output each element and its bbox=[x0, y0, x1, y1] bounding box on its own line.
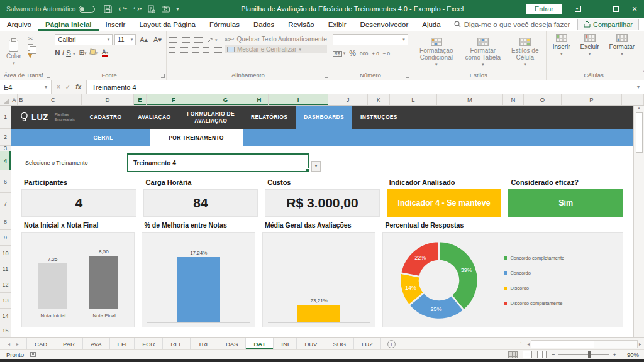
format-as-table-button[interactable]: Formatar como Tabela▾ bbox=[462, 34, 504, 71]
row-header-14[interactable]: 14 bbox=[0, 309, 11, 324]
row-header-4[interactable]: 4 bbox=[0, 151, 11, 170]
horizontal-scroll-thumb[interactable] bbox=[531, 341, 594, 348]
new-sheet-icon[interactable]: + bbox=[387, 340, 396, 348]
menu-tab-formulas[interactable]: Fórmulas bbox=[203, 18, 247, 31]
tell-me-search[interactable]: Diga-me o que você deseja fazer bbox=[454, 21, 570, 28]
shrink-font-icon[interactable]: A▾ bbox=[152, 36, 164, 44]
customize-qat-icon[interactable]: ▾ bbox=[176, 6, 179, 12]
zoom-in-icon[interactable]: + bbox=[613, 351, 616, 358]
underline-button[interactable]: S bbox=[66, 49, 71, 57]
row-header-8[interactable]: 8 bbox=[0, 214, 11, 230]
sheet-tab-dat[interactable]: DAT bbox=[246, 338, 274, 349]
column-header-i[interactable]: I bbox=[269, 94, 328, 105]
align-left-icon[interactable] bbox=[169, 47, 175, 53]
menu-tab-ajuda[interactable]: Ajuda bbox=[415, 18, 447, 31]
percent-style-icon[interactable]: % bbox=[349, 49, 356, 58]
page-layout-view-icon[interactable] bbox=[523, 351, 532, 358]
nav-tab-instrucoes[interactable]: INSTRUÇÕES bbox=[352, 106, 406, 129]
restore-icon[interactable] bbox=[606, 0, 625, 18]
copy-icon[interactable] bbox=[28, 44, 33, 51]
grow-font-icon[interactable]: A▴ bbox=[138, 36, 150, 44]
name-box-caret-icon[interactable]: ▾ bbox=[45, 84, 47, 90]
align-middle-icon[interactable] bbox=[182, 37, 190, 43]
column-header-n[interactable]: N bbox=[503, 94, 524, 105]
insert-cells-button[interactable]: Inserir▾ bbox=[549, 34, 574, 71]
menu-tab-exibir[interactable]: Exibir bbox=[321, 18, 353, 31]
row-header-1[interactable]: 1 bbox=[0, 106, 11, 129]
clipboard-dialog-launcher[interactable] bbox=[47, 74, 50, 78]
number-dialog-launcher[interactable] bbox=[406, 74, 409, 78]
alignment-dialog-launcher[interactable] bbox=[325, 74, 328, 78]
menu-tab-pagina-inicial[interactable]: Página Inicial bbox=[38, 18, 99, 31]
column-header-c[interactable]: C bbox=[25, 94, 82, 105]
nav-tab-cadastro[interactable]: CADASTRO bbox=[82, 106, 130, 129]
redo-icon[interactable]: ↪▾ bbox=[133, 4, 142, 13]
column-header-p[interactable]: P bbox=[562, 94, 622, 105]
fill-color-icon[interactable]: ▾ bbox=[90, 49, 98, 56]
row-header-3[interactable]: 3 bbox=[0, 146, 11, 151]
nav-tab-formulario-de-avaliacao[interactable]: FORMULÁRIO DE AVALIAÇÃO bbox=[179, 106, 243, 129]
dropdown-arrow-icon[interactable]: ▾ bbox=[311, 161, 321, 172]
font-color-icon[interactable]: A▾ bbox=[102, 48, 108, 57]
close-icon[interactable]: × bbox=[625, 0, 644, 18]
sheet-tab-tre[interactable]: TRE bbox=[191, 338, 218, 349]
entrar-button[interactable]: Entrar bbox=[526, 4, 562, 14]
nav-tab-avaliacao[interactable]: AVALIAÇÃO bbox=[130, 106, 179, 129]
ribbon-display-options-icon[interactable] bbox=[569, 0, 587, 18]
align-bottom-icon[interactable] bbox=[194, 37, 203, 43]
autosave-control[interactable]: Salvamento Automático bbox=[6, 5, 95, 13]
column-header-l[interactable]: L bbox=[390, 94, 437, 105]
autosave-toggle-off[interactable] bbox=[79, 6, 95, 13]
borders-icon[interactable]: ⊞▾ bbox=[79, 49, 87, 56]
row-header-10[interactable]: 10 bbox=[0, 246, 11, 261]
decrease-indent-icon[interactable] bbox=[203, 47, 209, 53]
menu-tab-desenvolvedor[interactable]: Desenvolvedor bbox=[353, 18, 416, 31]
column-header-b[interactable]: B bbox=[18, 94, 25, 105]
merge-center-button[interactable]: Mesclar e Centralizar ▾ bbox=[225, 45, 327, 53]
font-size-select[interactable]: 11▾ bbox=[114, 34, 136, 45]
row-header-7[interactable]: 7 bbox=[0, 193, 11, 214]
column-header-h[interactable]: H bbox=[250, 94, 269, 105]
column-header-g[interactable]: G bbox=[201, 94, 250, 105]
cancel-formula-icon[interactable]: × bbox=[57, 84, 60, 90]
conditional-formatting-button[interactable]: Formatação Condicional▾ bbox=[414, 34, 459, 71]
sub-tab-geral[interactable]: GERAL bbox=[57, 129, 150, 146]
accounting-format-icon[interactable]: R$ bbox=[333, 51, 342, 57]
page-break-view-icon[interactable] bbox=[537, 351, 547, 358]
training-selector-cell[interactable]: Treinamento 4 bbox=[127, 153, 309, 172]
vertical-scroll-thumb[interactable] bbox=[636, 112, 643, 153]
orientation-icon[interactable]: ▾ bbox=[207, 36, 218, 43]
column-header-k[interactable]: K bbox=[368, 94, 390, 105]
name-box[interactable]: E4 ▾ bbox=[0, 80, 52, 94]
format-cells-button[interactable]: Formatar▾ bbox=[606, 34, 639, 71]
align-right-icon[interactable] bbox=[192, 47, 199, 53]
increase-indent-icon[interactable] bbox=[214, 47, 222, 53]
enter-formula-icon[interactable]: ✓ bbox=[65, 84, 70, 90]
column-header-m[interactable]: M bbox=[437, 94, 503, 105]
sheet-tab-duv[interactable]: DUV bbox=[297, 338, 325, 349]
column-header-j[interactable]: J bbox=[328, 94, 368, 105]
sheet-prev-icon[interactable]: ◂ bbox=[8, 341, 10, 347]
zoom-handle[interactable] bbox=[588, 351, 591, 358]
zoom-slider[interactable]: − + bbox=[552, 351, 616, 358]
horizontal-scrollbar[interactable]: ⋮ ◂ ▸ bbox=[518, 338, 644, 349]
menu-tab-inserir[interactable]: Inserir bbox=[99, 18, 133, 31]
font-dialog-launcher[interactable] bbox=[161, 74, 165, 78]
camera-icon[interactable] bbox=[162, 6, 170, 13]
sheet-tab-for[interactable]: FOR bbox=[135, 338, 163, 349]
row-header-12[interactable]: 12 bbox=[0, 277, 11, 293]
vertical-scrollbar[interactable]: ▴ bbox=[633, 106, 644, 337]
decrease-decimal-icon[interactable]: −.0 bbox=[383, 51, 390, 57]
column-header-f[interactable]: F bbox=[147, 94, 201, 105]
sheet-tab-luz[interactable]: LUZ bbox=[354, 338, 381, 349]
save-icon[interactable] bbox=[104, 5, 112, 13]
number-format-select[interactable]: ▾ bbox=[333, 34, 408, 45]
row-header-9[interactable]: 9 bbox=[0, 230, 11, 246]
align-top-icon[interactable] bbox=[169, 37, 177, 43]
row-header-13[interactable]: 13 bbox=[0, 293, 11, 309]
formula-input[interactable]: Treinamento 4 bbox=[87, 80, 633, 94]
align-center-icon[interactable] bbox=[180, 47, 188, 53]
paste-button[interactable]: Colar ▾ bbox=[3, 34, 25, 71]
menu-tab-revisao[interactable]: Revisão bbox=[281, 18, 321, 31]
increase-decimal-icon[interactable]: +.0 bbox=[372, 51, 379, 57]
